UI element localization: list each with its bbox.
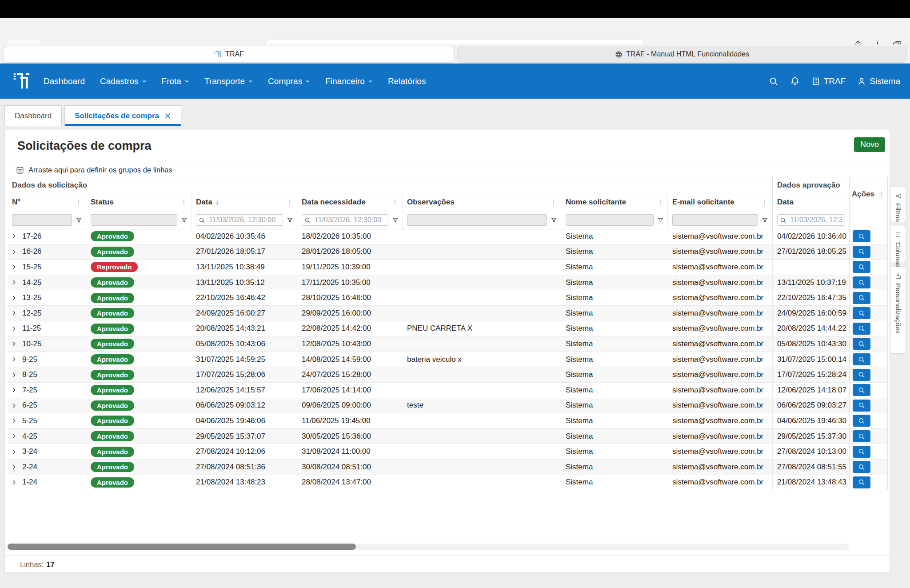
nav-item-cadastros[interactable]: Cadastros [100, 76, 147, 86]
column-header-data-aprovacao[interactable]: Data [772, 193, 849, 211]
view-row-button[interactable] [853, 292, 870, 304]
table-row[interactable]: 10-25 Aprovado 05/08/2025 10:43:06 12/08… [8, 336, 888, 352]
column-header-numero[interactable]: Nº⋮ [8, 193, 86, 211]
novo-button[interactable]: Novo [854, 137, 885, 152]
table-row[interactable]: 16-26 Aprovado 27/01/2026 18:05:17 28/01… [8, 244, 888, 260]
column-menu-icon[interactable]: ⋮ [878, 190, 885, 199]
expand-row-icon[interactable] [11, 356, 17, 362]
filter-funnel-icon[interactable] [392, 217, 399, 224]
expand-row-icon[interactable] [11, 387, 17, 393]
expand-row-icon[interactable] [11, 310, 17, 316]
close-tab-icon[interactable] [164, 112, 171, 119]
nav-item-transporte[interactable]: Transporte [204, 76, 253, 86]
table-row[interactable]: 14-25 Aprovado 13/11/2025 10:35:12 17/11… [8, 275, 888, 291]
expand-row-icon[interactable] [11, 403, 17, 408]
view-row-button[interactable] [853, 400, 870, 412]
expand-row-icon[interactable] [11, 480, 17, 485]
panel-tab-filtros[interactable]: Filtros [890, 187, 906, 222]
search-icon[interactable] [769, 76, 778, 86]
expand-row-icon[interactable] [11, 341, 17, 347]
view-row-button[interactable] [853, 323, 870, 335]
view-row-button[interactable] [853, 461, 870, 473]
filter-funnel-icon[interactable] [762, 217, 768, 224]
traf-logo[interactable] [12, 71, 30, 92]
expand-row-icon[interactable] [11, 372, 17, 378]
expand-row-icon[interactable] [11, 249, 17, 255]
table-row[interactable]: 6-25 Aprovado 06/06/2025 09:03:12 09/06/… [8, 398, 888, 414]
expand-row-icon[interactable] [11, 449, 17, 455]
filter-input-status[interactable] [91, 214, 177, 226]
column-header-status[interactable]: Status⋮ [86, 193, 192, 211]
expand-row-icon[interactable] [11, 233, 17, 239]
group-drop-zone[interactable]: Arraste aqui para definir os grupos de l… [5, 163, 890, 177]
column-menu-icon[interactable]: ⋮ [286, 198, 293, 207]
nav-item-financeiro[interactable]: Financeiro [325, 76, 373, 86]
table-row[interactable]: 5-25 Aprovado 04/06/2025 19:46:06 11/06/… [8, 413, 888, 429]
expand-row-icon[interactable] [11, 280, 17, 285]
nav-item-frota[interactable]: Frota [162, 76, 189, 86]
filter-funnel-icon[interactable] [287, 217, 293, 224]
expand-row-icon[interactable] [11, 326, 17, 332]
filter-input-data-necessidade[interactable] [302, 214, 388, 226]
view-row-button[interactable] [853, 230, 870, 242]
view-row-button[interactable] [853, 446, 870, 458]
table-row[interactable]: 4-25 Aprovado 29/05/2025 15:37:07 30/05/… [8, 429, 888, 444]
view-row-button[interactable] [853, 261, 870, 273]
column-header-nome-solicitante[interactable]: Nome solicitante⋮ [561, 193, 668, 211]
expand-row-icon[interactable] [11, 295, 17, 301]
filter-funnel-icon[interactable] [551, 217, 557, 224]
column-header-data-necessidade[interactable]: Data necessidade⋮ [297, 193, 403, 211]
view-row-button[interactable] [853, 476, 870, 488]
column-menu-icon[interactable]: ⋮ [761, 198, 768, 207]
company-switcher[interactable]: TRAF [811, 76, 846, 86]
table-row[interactable]: 13-25 Aprovado 22/10/2025 16:46:42 28/10… [8, 290, 888, 306]
column-menu-icon[interactable]: ⋮ [550, 198, 557, 207]
expand-row-icon[interactable] [11, 433, 17, 439]
tab-solicitacoes-de-compra[interactable]: Solicitações de compra [64, 105, 181, 126]
expand-row-icon[interactable] [11, 264, 17, 270]
table-row[interactable]: 17-26 Aprovado 04/02/2026 10:35:46 18/02… [8, 229, 888, 244]
view-row-button[interactable] [853, 338, 870, 350]
column-menu-icon[interactable]: ⋮ [75, 198, 82, 207]
view-row-button[interactable] [853, 246, 870, 258]
column-menu-icon[interactable]: ⋮ [657, 198, 664, 207]
column-header-email-solicitante[interactable]: E-mail solicitante⋮ [668, 193, 772, 211]
column-header-data[interactable]: Data↓⋮ [192, 193, 297, 211]
panel-tab-personalizacoes[interactable]: Personalizações [890, 267, 906, 354]
nav-item-compras[interactable]: Compras [268, 76, 310, 86]
filter-input-email[interactable] [672, 214, 758, 226]
panel-tab-colunas[interactable]: Colunas [890, 226, 906, 263]
filter-input-numero[interactable] [12, 214, 72, 226]
view-row-button[interactable] [853, 353, 870, 365]
table-row[interactable]: 11-25 Aprovado 20/08/2025 14:43:21 22/08… [8, 321, 888, 337]
user-menu[interactable]: Sistema [857, 76, 900, 86]
nav-item-dashboard[interactable]: Dashboard [44, 76, 85, 86]
expand-row-icon[interactable] [11, 464, 17, 470]
view-row-button[interactable] [853, 369, 870, 381]
view-row-button[interactable] [853, 384, 870, 396]
filter-input-data[interactable] [196, 214, 283, 226]
column-header-acoes[interactable]: Ações⋮ [849, 177, 888, 211]
table-row[interactable]: 2-24 Aprovado 27/08/2024 08:51:36 30/08/… [8, 460, 888, 475]
view-row-button[interactable] [853, 276, 870, 288]
filter-funnel-icon[interactable] [181, 217, 188, 224]
view-row-button[interactable] [853, 307, 870, 319]
table-row[interactable]: 15-25 Reprovado 13/11/2025 10:38:49 19/1… [8, 260, 888, 275]
browser-tab-traf[interactable]: TRAF [4, 46, 454, 62]
nav-item-relatorios[interactable]: Relatórios [388, 76, 426, 86]
horizontal-scrollbar-thumb[interactable] [8, 544, 356, 550]
filter-funnel-icon[interactable] [76, 217, 82, 224]
table-row[interactable]: 3-24 Aprovado 27/08/2024 10:12:06 31/08/… [8, 444, 888, 460]
filter-input-data-aprovacao[interactable] [777, 214, 845, 226]
browser-tab-manual[interactable]: TRAF - Manual HTML Funcionalidades [458, 46, 906, 62]
notifications-bell-icon[interactable] [790, 76, 800, 86]
filter-funnel-icon[interactable] [657, 217, 664, 224]
view-row-button[interactable] [853, 415, 870, 427]
column-menu-icon[interactable]: ⋮ [180, 198, 188, 207]
table-row[interactable]: 12-25 Aprovado 24/09/2025 16:00:27 29/09… [8, 306, 888, 321]
expand-row-icon[interactable] [11, 418, 17, 424]
tab-dashboard[interactable]: Dashboard [4, 105, 62, 126]
column-menu-icon[interactable]: ⋮ [391, 198, 399, 207]
column-header-observacoes[interactable]: Observações⋮ [403, 193, 561, 211]
table-row[interactable]: 1-24 Aprovado 21/08/2024 13:48:23 28/08/… [8, 475, 888, 491]
